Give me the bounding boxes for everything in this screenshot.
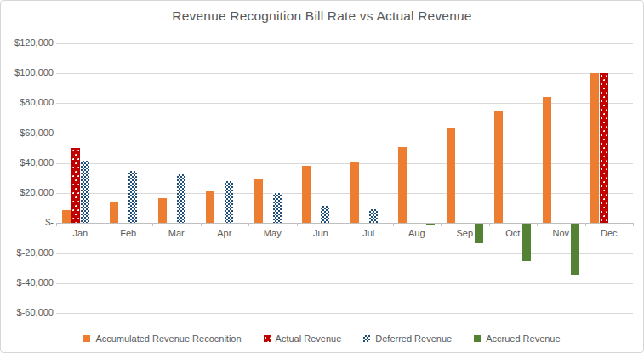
- y-axis-tick-label: $-40,000: [1, 277, 54, 288]
- x-axis-tick: [585, 223, 586, 226]
- gridline: [56, 73, 633, 74]
- legend-item-actual-revenue[interactable]: Actual Revenue: [264, 333, 342, 344]
- bar-accumulated-revenue-recocnition-apr[interactable]: [206, 191, 214, 223]
- gridline: [56, 253, 633, 254]
- bar-accumulated-revenue-recocnition-jul[interactable]: [350, 162, 359, 223]
- legend-item-accrued-revenue[interactable]: Accrued Revenue: [474, 333, 560, 344]
- bar-accumulated-revenue-recocnition-nov[interactable]: [543, 97, 551, 223]
- x-axis-tick: [537, 223, 538, 226]
- legend-label: Accumulated Revenue Recocnition: [95, 333, 241, 344]
- legend-item-deferred-revenue[interactable]: Deferred Revenue: [363, 333, 452, 344]
- bar-deferred-revenue-jul[interactable]: [369, 209, 378, 223]
- legend-swatch-actual-revenue: [264, 335, 271, 342]
- x-axis-tick-label: Jan: [56, 228, 104, 238]
- legend-swatch-deferred-revenue: [363, 335, 370, 342]
- bar-accrued-revenue-sep[interactable]: [475, 224, 483, 243]
- x-axis-tick-label: Mar: [152, 228, 200, 238]
- x-axis-tick: [152, 223, 153, 226]
- y-axis-tick-label: $60,000: [1, 128, 54, 138]
- x-axis-tick: [633, 223, 634, 226]
- bar-actual-revenue-dec[interactable]: [600, 73, 608, 223]
- x-axis-tick-label: Jun: [297, 228, 345, 238]
- bar-accumulated-revenue-recocnition-feb[interactable]: [110, 202, 118, 224]
- bar-accumulated-revenue-recocnition-mar[interactable]: [158, 198, 167, 223]
- x-axis-tick: [345, 223, 345, 226]
- x-axis-tick: [201, 223, 202, 226]
- y-axis-tick-label: $120,000: [1, 37, 54, 48]
- bar-deferred-revenue-feb[interactable]: [128, 171, 137, 224]
- legend-swatch-accumulated-revenue-recocnition: [83, 335, 90, 342]
- bar-deferred-revenue-jan[interactable]: [81, 161, 89, 223]
- x-axis-tick: [489, 223, 490, 226]
- bar-accumulated-revenue-recocnition-sep[interactable]: [447, 128, 455, 223]
- plot-area: $120,000$100,000$80,000$60,000$40,000$20…: [1, 1, 643, 352]
- revenue-recognition-chart: Revenue Recognition Bill Rate vs Actual …: [0, 0, 644, 353]
- x-axis-tick-label: May: [248, 228, 296, 238]
- bar-accrued-revenue-aug[interactable]: [426, 224, 435, 225]
- gridline: [56, 313, 633, 314]
- bar-accumulated-revenue-recocnition-may[interactable]: [254, 179, 263, 223]
- bar-accumulated-revenue-recocnition-oct[interactable]: [494, 111, 503, 223]
- bar-deferred-revenue-may[interactable]: [273, 193, 282, 223]
- bar-accumulated-revenue-recocnition-jun[interactable]: [302, 166, 311, 224]
- y-axis-tick-label: $-60,000: [1, 307, 54, 317]
- legend-swatch-accrued-revenue: [474, 335, 481, 342]
- x-axis-tick: [56, 223, 57, 226]
- legend-label: Actual Revenue: [276, 333, 342, 344]
- legend-label: Deferred Revenue: [375, 333, 452, 344]
- x-axis-tick-label: Feb: [105, 228, 152, 238]
- x-axis-tick: [248, 223, 249, 226]
- bar-accumulated-revenue-recocnition-aug[interactable]: [398, 147, 407, 223]
- bar-accumulated-revenue-recocnition-jan[interactable]: [62, 210, 71, 223]
- gridline: [56, 283, 633, 284]
- bar-actual-revenue-jan[interactable]: [71, 148, 80, 223]
- x-axis-tick-label: Aug: [393, 228, 441, 238]
- x-axis-tick: [441, 223, 442, 226]
- bar-deferred-revenue-apr[interactable]: [225, 181, 233, 223]
- x-axis-tick: [105, 223, 105, 226]
- x-axis-tick-label: Dec: [585, 228, 633, 238]
- legend-label: Accrued Revenue: [486, 333, 560, 344]
- bar-accrued-revenue-nov[interactable]: [571, 224, 579, 275]
- x-axis-tick-label: Apr: [201, 228, 248, 238]
- y-axis-tick-label: $20,000: [1, 187, 54, 197]
- x-axis-tick-label: Jul: [345, 228, 392, 238]
- y-axis-tick-label: $-: [1, 217, 54, 227]
- x-axis-tick: [297, 223, 298, 226]
- bar-deferred-revenue-mar[interactable]: [177, 174, 185, 223]
- x-axis-tick: [393, 223, 394, 226]
- bar-accrued-revenue-oct[interactable]: [522, 224, 531, 261]
- y-axis-tick-label: $100,000: [1, 67, 54, 77]
- gridline: [56, 43, 633, 44]
- bar-accumulated-revenue-recocnition-dec[interactable]: [590, 73, 599, 223]
- y-axis-tick-label: $40,000: [1, 157, 54, 168]
- legend-item-accumulated-revenue-recocnition[interactable]: Accumulated Revenue Recocnition: [83, 333, 241, 344]
- y-axis-tick-label: $-20,000: [1, 248, 54, 258]
- chart-legend: Accumulated Revenue RecocnitionActual Re…: [1, 333, 643, 344]
- bar-deferred-revenue-jun[interactable]: [321, 206, 329, 223]
- y-axis-tick-label: $80,000: [1, 97, 54, 107]
